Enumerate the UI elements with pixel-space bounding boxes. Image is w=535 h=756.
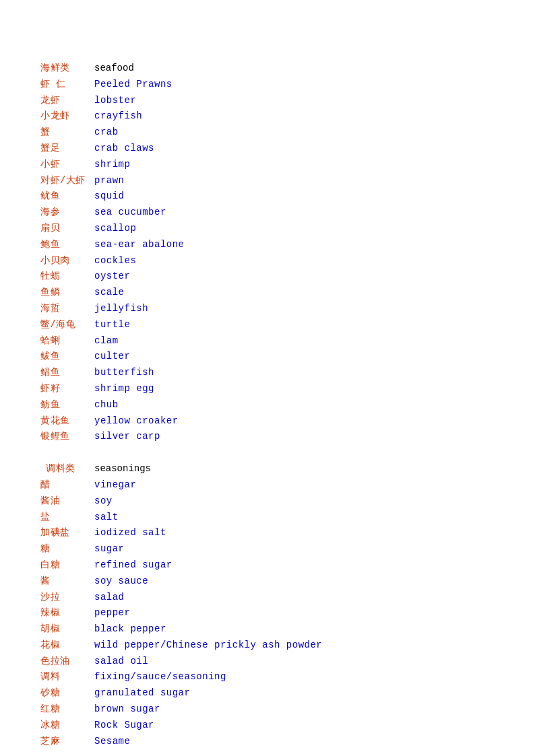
english-text: Sesame <box>94 734 130 750</box>
english-text: granulated sugar <box>94 685 190 701</box>
english-text: salad <box>94 590 125 606</box>
seafood-category-row: 海鲜类 seafood <box>40 61 495 77</box>
english-text: jellyfish <box>94 301 148 317</box>
english-text: turtle <box>94 317 130 333</box>
seafood-list-item: 小贝肉cockles <box>40 253 495 269</box>
chinese-text: 扇贝 <box>40 221 94 237</box>
seasonings-list-item: 胡椒black pepper <box>40 621 495 638</box>
seasonings-category-chinese: 调料类 <box>40 461 94 477</box>
seasonings-list-item: 酱soy sauce <box>40 574 495 590</box>
english-text: scale <box>94 285 125 301</box>
seafood-list-item: 虾籽shrimp egg <box>40 381 495 397</box>
chinese-text: 色拉油 <box>40 654 94 670</box>
seasonings-list-item: 花椒wild pepper/Chinese prickly ash powder <box>40 638 495 654</box>
chinese-text: 蟹足 <box>40 141 94 157</box>
english-text: salt <box>94 510 119 526</box>
english-text: culter <box>94 349 130 365</box>
english-text: oyster <box>94 269 130 285</box>
seafood-list-item: 鲂鱼chub <box>40 397 495 413</box>
seasonings-list-item: 糖sugar <box>40 541 495 557</box>
chinese-text: 虾 仁 <box>40 77 94 93</box>
chinese-text: 龙虾 <box>40 93 94 109</box>
seasonings-list-item: 色拉油salad oil <box>40 654 495 670</box>
english-text: shrimp <box>94 157 130 173</box>
seafood-list-item: 对虾/大虾prawn <box>40 173 495 189</box>
seasonings-list-item: 白糖refined sugar <box>40 557 495 574</box>
english-text: crayfish <box>94 108 142 125</box>
chinese-text: 盐 <box>40 510 94 526</box>
english-text: soy <box>94 493 113 510</box>
seasonings-category-row: 调料类 seasonings <box>40 461 495 477</box>
seasonings-list-item: 盐salt <box>40 510 495 526</box>
chinese-text: 辣椒 <box>40 605 94 621</box>
chinese-text: 白糖 <box>40 557 94 574</box>
chinese-text: 小贝肉 <box>40 253 94 269</box>
chinese-text: 糖 <box>40 541 94 557</box>
chinese-text: 虾籽 <box>40 381 94 397</box>
seafood-list-item: 鲍鱼sea-ear abalone <box>40 237 495 253</box>
seafood-category-english: seafood <box>94 61 134 77</box>
chinese-text: 花椒 <box>40 638 94 654</box>
seasonings-category-english: seasonings <box>94 461 151 477</box>
seafood-list-item: 鱿鱼squid <box>40 188 495 205</box>
chinese-text: 银鲤鱼 <box>40 429 94 445</box>
chinese-text: 牡蛎 <box>40 269 94 285</box>
english-text: sugar <box>94 541 125 557</box>
seafood-list-item: 蟹crab <box>40 125 495 141</box>
english-text: black pepper <box>94 621 166 638</box>
section-gap <box>40 445 495 461</box>
english-text: silver carp <box>94 429 160 445</box>
chinese-text: 鳖/海龟 <box>40 317 94 333</box>
chinese-text: 胡椒 <box>40 621 94 638</box>
chinese-text: 蛤蜊 <box>40 333 94 349</box>
seafood-list-item: 扇贝scallop <box>40 221 495 237</box>
chinese-text: 加碘盐 <box>40 525 94 541</box>
seafood-list-item: 小虾shrimp <box>40 157 495 173</box>
english-text: brown sugar <box>94 701 160 718</box>
english-text: soy sauce <box>94 574 148 590</box>
chinese-text: 酱油 <box>40 493 94 510</box>
seafood-list-item: 银鲤鱼silver carp <box>40 429 495 445</box>
chinese-text: 海参 <box>40 205 94 221</box>
chinese-text: 调料 <box>40 669 94 685</box>
chinese-text: 鲳鱼 <box>40 365 94 381</box>
english-text: yellow croaker <box>94 413 179 429</box>
chinese-text: 对虾/大虾 <box>40 173 94 189</box>
chinese-text: 鲅鱼 <box>40 349 94 365</box>
seafood-list-item: 龙虾lobster <box>40 93 495 109</box>
seafood-list-item: 蟹足crab claws <box>40 141 495 157</box>
english-text: salad oil <box>94 654 148 670</box>
chinese-text: 酱 <box>40 574 94 590</box>
english-text: crab <box>94 125 119 141</box>
chinese-text: 沙拉 <box>40 590 94 606</box>
seafood-list-item: 黄花鱼yellow croaker <box>40 413 495 429</box>
english-text: crab claws <box>94 141 154 157</box>
seasonings-list-item: 调料fixing/sauce/seasoning <box>40 669 495 685</box>
english-text: sea-ear abalone <box>94 237 185 253</box>
seafood-list-item: 虾 仁Peeled Prawns <box>40 77 495 93</box>
seafood-list-item: 鲳鱼butterfish <box>40 365 495 381</box>
english-text: iodized salt <box>94 525 166 541</box>
seafood-list-item: 鱼鳞scale <box>40 285 495 301</box>
seafood-list-item: 小龙虾crayfish <box>40 108 495 125</box>
seasonings-items: 醋vinegar酱油soy盐salt加碘盐iodized salt糖sugar白… <box>40 477 495 750</box>
chinese-text: 红糖 <box>40 701 94 718</box>
chinese-text: 海蜇 <box>40 301 94 317</box>
seafood-list-item: 海参sea cucumber <box>40 205 495 221</box>
english-text: chub <box>94 397 119 413</box>
seafood-list-item: 鲅鱼culter <box>40 349 495 365</box>
chinese-text: 醋 <box>40 477 94 493</box>
chinese-text: 鲂鱼 <box>40 397 94 413</box>
seafood-items: 虾 仁Peeled Prawns龙虾lobster小龙虾crayfish蟹cra… <box>40 77 495 445</box>
english-text: lobster <box>94 93 136 109</box>
english-text: prawn <box>94 173 125 189</box>
seasonings-list-item: 加碘盐iodized salt <box>40 525 495 541</box>
english-text: wild pepper/Chinese prickly ash powder <box>94 638 322 654</box>
seasonings-list-item: 辣椒pepper <box>40 605 495 621</box>
seasonings-list-item: 酱油soy <box>40 493 495 510</box>
chinese-text: 鱿鱼 <box>40 188 94 205</box>
chinese-text: 鱼鳞 <box>40 285 94 301</box>
english-text: cockles <box>94 253 136 269</box>
english-text: scallop <box>94 221 136 237</box>
chinese-text: 鲍鱼 <box>40 237 94 253</box>
